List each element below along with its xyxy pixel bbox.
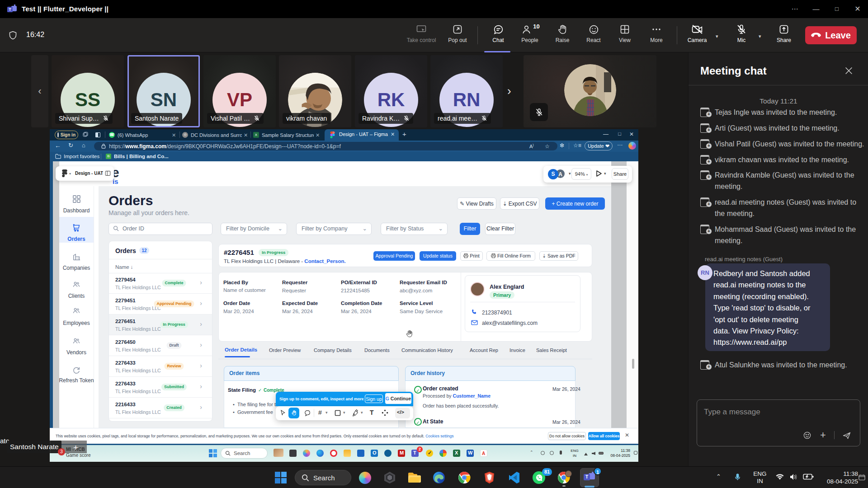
svg-text:T: T <box>585 474 588 479</box>
svg-text:T: T <box>9 7 11 12</box>
